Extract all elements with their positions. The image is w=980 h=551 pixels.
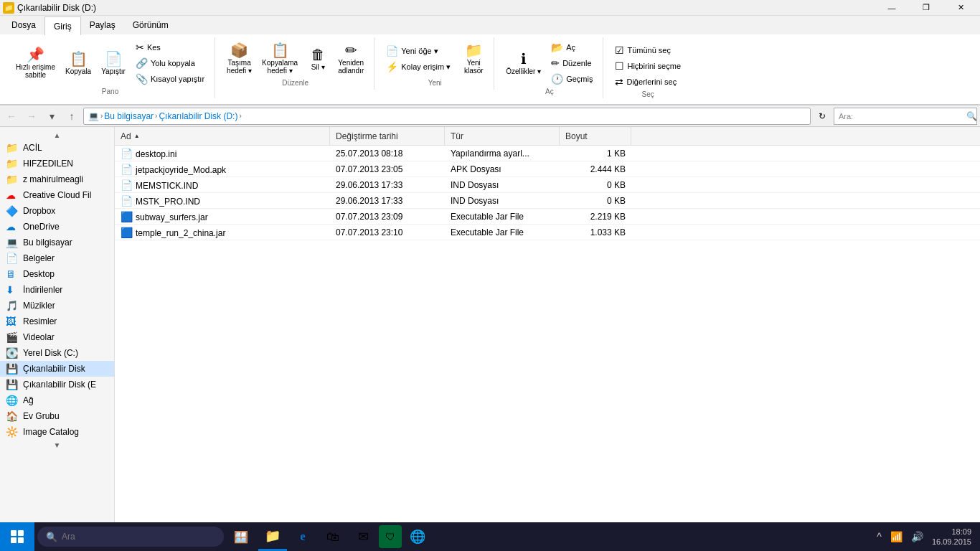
table-row[interactable]: 📄MSTK_PRO.IND 29.06.2013 17:33 IND Dosya… bbox=[115, 193, 980, 209]
sidebar-item-creative-cloud[interactable]: ☁ Creative Cloud Fil bbox=[0, 187, 114, 203]
tumunu-sec-button[interactable]: ☑Tümünü seç bbox=[611, 43, 685, 57]
tab-paylas[interactable]: Paylaş bbox=[81, 16, 124, 34]
sidebar-item-acil[interactable]: 📁 ACİL bbox=[0, 140, 114, 156]
sidebar-scroll-up[interactable]: ▲ bbox=[0, 130, 114, 140]
col-header-size[interactable]: Boyut bbox=[560, 127, 631, 145]
tab-giris[interactable]: Giriş bbox=[44, 17, 81, 35]
search-icon[interactable]: 🔍 bbox=[966, 111, 977, 121]
taskbar-explorer[interactable]: 📁 bbox=[258, 522, 287, 551]
sidebar-item-cikarilabilir-disk-e[interactable]: 💾 Çıkarılabilir Disk (E bbox=[0, 377, 114, 392]
sidebar-item-resimler[interactable]: 🖼 Resimler bbox=[0, 314, 114, 329]
taskbar-kaspersky[interactable]: 🛡 bbox=[379, 525, 402, 548]
kes-button[interactable]: ✂Kes bbox=[131, 40, 209, 55]
taskbar-win-store[interactable]: 🛍 bbox=[319, 522, 347, 551]
tasima-hedefi-button[interactable]: 📦 Taşımahedefi ▾ bbox=[222, 40, 256, 77]
back-button[interactable]: ← bbox=[3, 108, 20, 125]
taskbar-search-input[interactable] bbox=[62, 532, 205, 542]
kopyala-button[interactable]: 📋 Kopyala bbox=[61, 49, 95, 78]
table-row[interactable]: 📄desktop.ini 25.07.2013 08:18 Yapılandır… bbox=[115, 146, 980, 161]
sidebar-item-dropbox[interactable]: 🔷 Dropbox bbox=[0, 203, 114, 219]
yeniden-adlandir-label: Yenidenadlandır bbox=[338, 59, 364, 75]
yapistir-button[interactable]: 📄 Yapıştır bbox=[97, 49, 130, 78]
kolay-erisim-button[interactable]: ⚡Kolay erişim ▾ bbox=[382, 60, 455, 74]
sidebar-item-ag[interactable]: 🌐 Ağ bbox=[0, 392, 114, 408]
sidebar-item-z-mahirulmeagli[interactable]: 📁 z mahirulmeagli bbox=[0, 171, 114, 187]
digerlerini-sec-label: Diğerlerini seç bbox=[626, 77, 677, 86]
sidebar-item-ev-grubu[interactable]: 🏠 Ev Grubu bbox=[0, 408, 114, 424]
kopyalama-hedefi-button[interactable]: 📋 Kopyalamahedefi ▾ bbox=[258, 40, 302, 77]
forward-button[interactable]: → bbox=[23, 108, 40, 125]
sidebar-scroll-down[interactable]: ▼ bbox=[0, 440, 114, 450]
taskbar-search[interactable]: 🔍 bbox=[37, 527, 224, 547]
copy-to-icon: 📋 bbox=[271, 43, 289, 57]
title-bar: 📁 Çıkarılabilir Disk (D:) — ❐ ✕ bbox=[0, 0, 980, 16]
breadcrumb-bu-bilgisayar[interactable]: Bu bilgisayar bbox=[104, 111, 154, 121]
taskbar-mail[interactable]: ✉ bbox=[349, 522, 377, 551]
table-row[interactable]: 📄jetpackjoyride_Mod.apk 07.07.2013 23:05… bbox=[115, 161, 980, 177]
file-rows: 📄desktop.ini 25.07.2013 08:18 Yapılandır… bbox=[115, 146, 980, 240]
up-button[interactable]: ↑ bbox=[63, 108, 80, 125]
sidebar-item-desktop[interactable]: 🖥 Desktop bbox=[0, 266, 114, 282]
col-header-type[interactable]: Tür bbox=[445, 127, 560, 145]
ac-btn[interactable]: 📂Aç bbox=[547, 40, 597, 55]
file-type-cell: Executable Jar File bbox=[445, 212, 560, 222]
ribbon-group-ac: ℹ Özellikler ▾ 📂Aç ✏Düzenle 🕐Geçmiş Aç bbox=[496, 37, 603, 98]
yeniden-adlandir-button[interactable]: ✏ Yenidenadlandır bbox=[334, 40, 368, 77]
invert-selection-icon: ⇄ bbox=[615, 76, 623, 88]
file-date-cell: 07.07.2013 23:05 bbox=[330, 164, 445, 174]
sidebar-item-dropbox-label: Dropbox bbox=[23, 206, 55, 216]
taskbar-chrome[interactable]: 🌐 bbox=[403, 522, 432, 551]
sidebar-item-yerel-disk-c[interactable]: 💽 Yerel Disk (C:) bbox=[0, 345, 114, 361]
sidebar-item-indirilenler[interactable]: ⬇ İndirilenler bbox=[0, 282, 114, 298]
sidebar-item-videolar[interactable]: 🎬 Videolar bbox=[0, 329, 114, 345]
breadcrumb-computer-icon[interactable]: 💻 bbox=[88, 111, 99, 121]
hicbirini-secme-label: Hiçbirini seçme bbox=[627, 62, 681, 70]
close-button[interactable]: ✕ bbox=[944, 0, 977, 16]
col-header-date[interactable]: Değiştirme tarihi bbox=[330, 127, 445, 145]
kopyalama-hedefi-label: Kopyalamahedefi ▾ bbox=[262, 59, 298, 75]
sidebar-item-ev-grubu-label: Ev Grubu bbox=[23, 411, 60, 421]
digerlerini-sec-button[interactable]: ⇄Diğerlerini seç bbox=[611, 75, 685, 89]
sidebar-item-bu-bilgisayar[interactable]: 💻 Bu bilgisayar bbox=[0, 235, 114, 250]
recent-locations-button[interactable]: ▾ bbox=[43, 108, 60, 125]
link-icon: 🔗 bbox=[136, 57, 148, 69]
yeni-oge-button[interactable]: 📄Yeni öğe ▾ bbox=[382, 44, 455, 58]
hicbirini-secme-button[interactable]: ☐Hiçbirini seçme bbox=[611, 59, 685, 73]
ozellikler-button[interactable]: ℹ Özellikler ▾ bbox=[501, 49, 545, 78]
sidebar-item-cikarilabilir-disk-d[interactable]: 💾 Çıkarılabilir Disk bbox=[0, 361, 114, 377]
folder-acil-icon: 📁 bbox=[6, 142, 19, 154]
tab-gorunum[interactable]: Görünüm bbox=[124, 16, 177, 34]
sidebar-item-onedrive[interactable]: ☁ OneDrive bbox=[0, 219, 114, 235]
duzenle-small-button[interactable]: ✏Düzenle bbox=[547, 56, 597, 70]
start-button[interactable] bbox=[0, 522, 34, 551]
sidebar-item-image-catalog[interactable]: 🔆 Image Catalog bbox=[0, 424, 114, 440]
sidebar-item-hifzedilen[interactable]: 📁 HIFZEDILEN bbox=[0, 156, 114, 171]
yolu-kopyala-button[interactable]: 🔗Yolu kopyala bbox=[131, 56, 209, 70]
yeni-klasor-button[interactable]: 📁 Yeniklasör bbox=[459, 40, 488, 77]
minimize-button[interactable]: — bbox=[875, 0, 908, 16]
tray-volume-icon[interactable]: 🔊 bbox=[908, 529, 926, 544]
file-icon: 🟦 bbox=[121, 211, 133, 222]
col-header-name[interactable]: Ad ▲ bbox=[115, 127, 330, 145]
maximize-button[interactable]: ❐ bbox=[910, 0, 943, 16]
hizli-erisim-button[interactable]: 📌 Hızlı erişimesabitle bbox=[11, 44, 60, 82]
table-row[interactable]: 📄MEMSTICK.IND 29.06.2013 17:33 IND Dosya… bbox=[115, 177, 980, 193]
sil-button[interactable]: 🗑 Sil ▾ bbox=[303, 44, 332, 74]
file-date-cell: 07.07.2013 23:09 bbox=[330, 212, 445, 222]
search-input[interactable] bbox=[856, 111, 963, 121]
address-bar[interactable]: 💻 › Bu bilgisayar › Çıkarılabilir Disk (… bbox=[83, 108, 811, 125]
tray-chevron[interactable]: ^ bbox=[874, 529, 885, 544]
table-row[interactable]: 🟦subway_surfers.jar 07.07.2013 23:09 Exe… bbox=[115, 209, 980, 225]
taskbar-task-view[interactable]: 🪟 bbox=[227, 522, 255, 551]
tab-dosya[interactable]: Dosya bbox=[3, 16, 44, 34]
taskbar-edge[interactable]: e bbox=[288, 522, 317, 551]
breadcrumb-cikarilabilir-disk[interactable]: Çıkarılabilir Disk (D:) bbox=[159, 111, 237, 121]
sidebar-item-belgeler[interactable]: 📄 Belgeler bbox=[0, 250, 114, 266]
tray-network-icon[interactable]: 📶 bbox=[887, 529, 905, 544]
kisayol-yapistir-button[interactable]: 📎Kısayol yapıştır bbox=[131, 72, 209, 86]
table-row[interactable]: 🟦temple_run_2_china.jar 07.07.2013 23:10… bbox=[115, 225, 980, 240]
tray-clock[interactable]: 18:09 16.09.2015 bbox=[929, 527, 974, 547]
gecmis-button[interactable]: 🕐Geçmiş bbox=[547, 72, 597, 86]
refresh-button[interactable]: ↻ bbox=[814, 108, 831, 125]
sidebar-item-muzikler[interactable]: 🎵 Müzikler bbox=[0, 298, 114, 314]
